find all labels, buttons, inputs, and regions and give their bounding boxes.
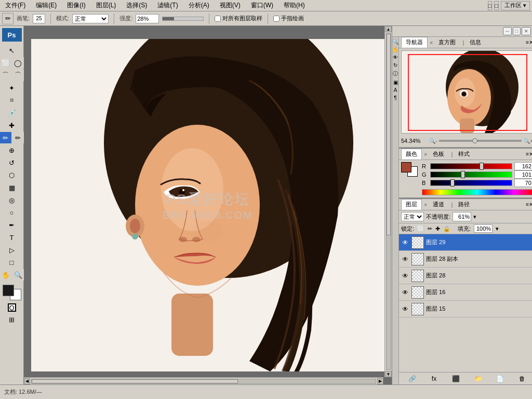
marquee-ellipse-btn[interactable]: ◯ [12,57,24,69]
layer-eye-btn[interactable]: 👁 [401,255,409,263]
crop-tool-btn[interactable]: ⌗ [6,95,18,106]
menu-edit[interactable]: 编辑(E) [33,0,60,11]
blur-btn[interactable]: ◎ [6,194,18,206]
quick-mask-btn[interactable]: Q [8,303,16,312]
gradient-btn[interactable]: ▦ [6,182,18,193]
opacity-input[interactable] [453,212,471,221]
para-strip[interactable]: ¶ [394,95,396,101]
brush-picker-btn[interactable]: ✏ [2,13,14,24]
text-btn[interactable]: T [6,232,18,243]
layer-item[interactable]: 👁 图层 29 [399,234,532,251]
h-scrollbar[interactable]: ◀ ▶ [24,377,383,384]
nav-zoom-small-icon[interactable]: 🔍- [429,138,437,144]
all-layers-checkbox[interactable] [215,16,221,22]
menu-help[interactable]: 帮助(H) [281,0,308,11]
g-slider[interactable] [430,171,512,178]
panel-maximize-btn[interactable]: □ [513,27,521,35]
blend-mode-select[interactable]: 正常 [72,14,109,23]
new-layer-btn[interactable]: 📄 [495,374,505,384]
move-tool-btn[interactable]: ↖ [6,45,18,56]
brush-size-display[interactable]: 25 [33,14,45,23]
tab-paths[interactable]: 路径 [454,199,474,210]
color-close-btn[interactable]: ✕ [529,151,532,157]
r-thumb[interactable] [480,163,484,170]
menu-image[interactable]: 图像(I) [64,0,88,11]
nav-zoom-thumb[interactable] [472,138,477,143]
b-value-input[interactable] [514,179,532,187]
info-strip[interactable]: ⓘ [393,70,398,77]
rotate-tool-strip[interactable]: ↻ [393,62,397,68]
add-style-btn[interactable]: fx [429,374,439,384]
menu-view[interactable]: 视图(V) [217,0,244,11]
g-value-input[interactable] [514,170,532,179]
lock-transparent-btn[interactable]: ⬜ [417,225,424,232]
layer-eye-btn[interactable]: 👁 [401,238,409,247]
strength-slider[interactable] [162,17,204,21]
nav-zoom-slider[interactable] [439,140,522,142]
menu-window[interactable]: 窗口(W) [248,0,276,11]
nav-zoom-large-icon[interactable]: 🔍+ [524,138,532,144]
layer-eye-btn[interactable]: 👁 [401,305,409,313]
layer-eye-btn[interactable]: 👁 [401,272,409,280]
navigator-close-btn[interactable]: ✕ [529,39,532,45]
color-spectrum[interactable] [422,189,532,195]
menu-analysis[interactable]: 分析(A) [185,0,212,11]
eye-tool-strip[interactable]: 👁 [393,55,398,60]
panel-minimize-btn[interactable]: ─ [503,27,511,35]
pen-btn[interactable]: ✒ [6,219,18,231]
hand-btn[interactable]: ✋ [0,269,11,281]
marquee-tool-btn[interactable]: ⬜ [0,57,11,69]
tab-styles[interactable]: 样式 [454,149,474,159]
b-thumb[interactable] [450,179,455,187]
tab-color[interactable]: 颜色 [401,149,422,159]
g-thumb[interactable] [461,171,465,178]
menu-filter[interactable]: 滤镜(T) [154,0,181,11]
layer-item[interactable]: 👁 图层 16 [399,284,532,301]
eraser-btn[interactable]: ⬡ [6,169,18,181]
delete-layer-btn[interactable]: 🗑 [517,374,527,384]
workspace-save-btn[interactable]: □ [488,1,493,10]
layer-item[interactable]: 👁 图层 28 副本 [399,251,532,268]
zoom-btn[interactable]: 🔍 [12,269,24,281]
tab-histogram[interactable]: 直方图 [434,37,460,48]
lock-all-btn[interactable]: 🔒 [443,225,450,232]
finger-paint-checkbox[interactable] [273,16,280,22]
heal-btn[interactable]: ✚ [6,119,18,131]
layers-blend-select[interactable]: 正常 [401,212,424,221]
strength-input[interactable] [136,14,159,23]
shape-btn[interactable]: □ [6,257,18,268]
quick-select-btn[interactable]: ✦ [6,82,18,94]
add-mask-btn[interactable]: ⬛ [451,374,461,384]
canvas-area[interactable]: PS爱好论坛 BBS.6NX8.COM ◀ ▶ ▲ ▼ [24,26,392,384]
layer-item[interactable]: 👁 图层 28 [399,268,532,284]
canvas[interactable]: PS爱好论坛 BBS.6NX8.COM [31,39,384,371]
zoom-tool-strip[interactable]: 🔍 [392,39,398,45]
tab-channels[interactable]: 通道 [428,199,449,210]
path-select-btn[interactable]: ▷ [6,244,18,256]
menu-file[interactable]: 文件(F) [2,0,29,11]
all-layers-label[interactable]: 对所有图层取样 [215,15,262,22]
menu-layer[interactable]: 图层(L) [93,0,119,11]
tab-swatches[interactable]: 色板 [428,149,449,159]
text-strip[interactable]: A [394,87,397,93]
lock-position-btn[interactable]: ✚ [435,225,440,232]
layer-eye-btn[interactable]: 👁 [401,288,409,297]
color-fg-swatch[interactable] [401,162,411,172]
panel-close-btn[interactable]: ✕ [522,27,531,35]
workspace-label[interactable]: 工作区 ▾ [501,1,530,10]
color-strip[interactable]: ▣ [393,79,398,85]
v-scrollbar[interactable]: ▲ ▼ [384,26,392,377]
link-layers-btn[interactable]: 🔗 [407,374,417,384]
lasso-poly-btn[interactable]: ⌒ [12,70,24,81]
hand-tool-strip[interactable]: ✋ [392,47,398,52]
eyedropper-btn[interactable]: 💉 [6,107,18,118]
lock-image-btn[interactable]: ✏ [428,225,432,232]
b-slider[interactable] [430,180,512,186]
history-brush-btn[interactable]: ↺ [6,157,18,168]
layer-item[interactable]: 👁 图层 15 [399,301,532,317]
dodge-btn[interactable]: ○ [6,207,18,218]
clone-stamp-btn[interactable]: ⊕ [6,144,18,156]
tab-info[interactable]: 信息 [465,37,486,48]
tab-layers[interactable]: 图层 [401,199,422,210]
nav-preview-box[interactable] [401,50,532,134]
